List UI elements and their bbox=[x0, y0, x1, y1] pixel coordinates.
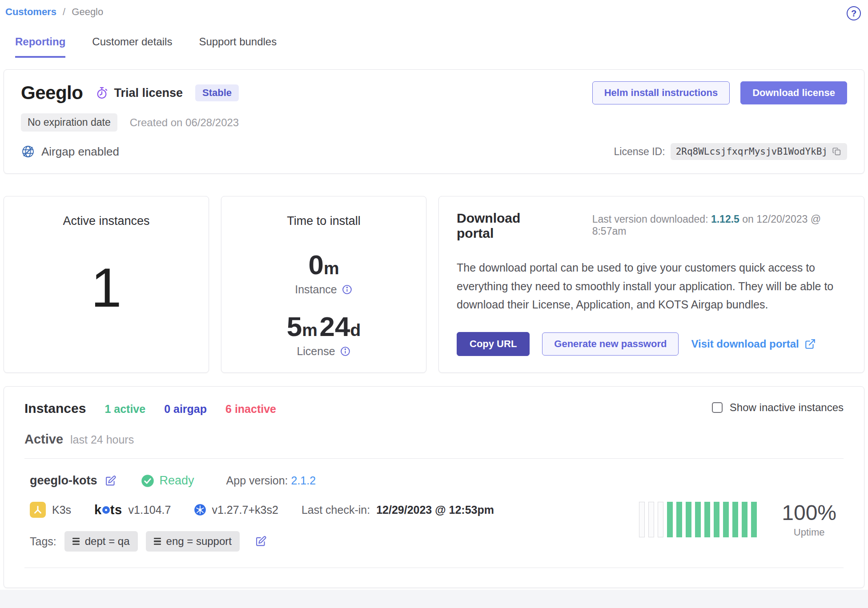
last-checkin-label: Last check-in: bbox=[301, 504, 370, 516]
kubernetes-icon bbox=[194, 504, 206, 516]
edit-tags-icon[interactable] bbox=[255, 535, 267, 548]
page-background-strip bbox=[0, 590, 868, 599]
instance-status: Ready bbox=[141, 474, 194, 488]
show-inactive-checkbox[interactable] bbox=[712, 402, 723, 413]
app-version-label: App version: bbox=[226, 474, 288, 487]
channel-badge: Stable bbox=[195, 84, 239, 101]
instances-card: Instances 1 active 0 airgap 6 inactive S… bbox=[4, 386, 864, 588]
license-install-time-value1: 5 bbox=[287, 311, 302, 342]
license-install-label-row: License bbox=[221, 345, 426, 358]
license-install-label: License bbox=[297, 345, 335, 358]
last-version-link[interactable]: 1.12.5 bbox=[711, 213, 739, 225]
app-version: App version: 2.1.2 bbox=[226, 474, 316, 487]
metrics-row: Active instances 1 Time to install 0m In… bbox=[4, 196, 864, 373]
kots-logo: kts bbox=[94, 503, 122, 517]
airgap-status: Airgap enabled bbox=[21, 144, 119, 159]
tag-label: eng = support bbox=[166, 535, 232, 548]
instance-install-label: Instance bbox=[295, 283, 337, 296]
instance-install-label-row: Instance bbox=[221, 283, 426, 296]
uptime-bars bbox=[639, 502, 757, 537]
tag-label: dept = qa bbox=[85, 535, 130, 548]
download-portal-card: Download portal Last version downloaded:… bbox=[438, 196, 864, 373]
uptime-widget: 100% Uptime bbox=[639, 487, 838, 552]
tag-icon bbox=[154, 538, 161, 545]
copy-url-button[interactable]: Copy URL bbox=[457, 332, 530, 356]
time-to-install-title: Time to install bbox=[221, 214, 426, 228]
customer-name: Geeglo bbox=[21, 82, 83, 104]
last-checkin-value: 12/29/2023 @ 12:53pm bbox=[376, 504, 494, 516]
instance-counts: 1 active 0 airgap 6 inactive bbox=[104, 403, 276, 416]
tab-support-bundles[interactable]: Support bundles bbox=[199, 36, 277, 58]
last-checkin: Last check-in: 12/29/2023 @ 12:53pm bbox=[301, 504, 494, 516]
help-icon[interactable]: ? bbox=[847, 6, 861, 20]
show-inactive-toggle[interactable]: Show inactive instances bbox=[712, 401, 844, 414]
license-id-row: License ID: 2Rq8WLcsjfxqrMysjvB1WodYkBj bbox=[614, 143, 847, 160]
tab-reporting[interactable]: Reporting bbox=[15, 36, 65, 58]
download-portal-title: Download portal bbox=[457, 211, 557, 241]
generate-new-password-button[interactable]: Generate new password bbox=[542, 332, 679, 356]
breadcrumb-current: Geeglo bbox=[72, 6, 103, 17]
active-instances-value: 1 bbox=[4, 260, 209, 315]
instance-install-time: 0m bbox=[221, 251, 426, 279]
download-license-button[interactable]: Download license bbox=[740, 81, 847, 104]
last-version-label: Last version downloaded: bbox=[592, 213, 708, 225]
last-version-downloaded: Last version downloaded: 1.12.5 on 12/20… bbox=[592, 213, 846, 237]
page: Customers / Geeglo ? Reporting Customer … bbox=[0, 0, 868, 590]
ready-check-icon bbox=[141, 474, 154, 488]
visit-download-portal-link[interactable]: Visit download portal bbox=[691, 338, 816, 350]
uptime-percent: 100% bbox=[782, 500, 836, 525]
instance-status-label: Ready bbox=[160, 474, 194, 488]
distribution: K3s bbox=[30, 502, 71, 518]
license-id-label: License ID: bbox=[614, 146, 665, 158]
license-install-time: 5m 24d bbox=[221, 313, 426, 340]
external-link-icon bbox=[804, 338, 816, 350]
license-install-time-unit1: m bbox=[302, 320, 317, 340]
license-install-time-value2: 24 bbox=[319, 311, 350, 342]
copy-license-id-icon[interactable] bbox=[832, 147, 842, 156]
tag-icon bbox=[72, 538, 80, 545]
created-on-text: Created on 06/28/2023 bbox=[130, 116, 239, 129]
license-info-icon[interactable] bbox=[340, 346, 351, 357]
license-summary-card: Geeglo Trial license Stabl bbox=[4, 69, 864, 174]
distribution-label: K3s bbox=[52, 504, 71, 516]
active-count-link[interactable]: 1 active bbox=[104, 403, 145, 416]
license-install-time-unit2: d bbox=[350, 320, 361, 340]
active-section-sublabel: last 24 hours bbox=[70, 433, 134, 446]
breadcrumb-customers-link[interactable]: Customers bbox=[5, 6, 56, 17]
instance-name: geeglo-kots bbox=[30, 474, 97, 488]
expiration-badge: No expiration date bbox=[21, 113, 117, 132]
kubernetes-version-value: v1.27.7+k3s2 bbox=[212, 504, 278, 516]
inactive-count-link[interactable]: 6 inactive bbox=[225, 403, 276, 416]
breadcrumb: Customers / Geeglo bbox=[5, 6, 103, 18]
trial-timer-icon bbox=[95, 86, 108, 100]
edit-instance-name-icon[interactable] bbox=[104, 475, 117, 487]
license-id-value: 2Rq8WLcsjfxqrMysjvB1WodYkBj bbox=[676, 146, 828, 157]
license-type-label: Trial license bbox=[114, 86, 183, 100]
helm-install-instructions-button[interactable]: Helm install instructions bbox=[592, 81, 730, 104]
kots-version: kts v1.104.7 bbox=[94, 503, 171, 517]
download-portal-description: The download portal can be used to give … bbox=[457, 259, 846, 314]
time-to-install-card: Time to install 0m Instance 5m 24d bbox=[221, 196, 426, 373]
airgap-count-link[interactable]: 0 airgap bbox=[164, 403, 207, 416]
kots-version-value: v1.104.7 bbox=[129, 504, 171, 516]
active-instances-card: Active instances 1 bbox=[4, 196, 209, 373]
app-version-link[interactable]: 2.1.2 bbox=[291, 474, 316, 487]
license-type: Trial license bbox=[95, 86, 183, 100]
topbar: Customers / Geeglo ? bbox=[0, 0, 868, 20]
k3s-icon bbox=[30, 502, 46, 518]
instance-install-time-unit: m bbox=[324, 259, 339, 278]
breadcrumb-separator: / bbox=[63, 6, 65, 17]
airgap-globe-icon bbox=[21, 144, 35, 159]
instance-info-icon[interactable] bbox=[342, 284, 353, 295]
uptime-label: Uptime bbox=[782, 527, 836, 538]
kubernetes-version: v1.27.7+k3s2 bbox=[194, 504, 278, 516]
tag-chip-eng-support: eng = support bbox=[146, 531, 240, 552]
show-inactive-label: Show inactive instances bbox=[730, 401, 844, 414]
tab-bar: Reporting Customer details Support bundl… bbox=[0, 36, 868, 58]
tags-label: Tags: bbox=[30, 535, 56, 548]
instance-row: geeglo-kots bbox=[24, 459, 844, 552]
tab-customer-details[interactable]: Customer details bbox=[92, 36, 172, 58]
license-id-chip: 2Rq8WLcsjfxqrMysjvB1WodYkBj bbox=[671, 143, 847, 160]
instance-install-time-value: 0 bbox=[308, 249, 323, 280]
airgap-label: Airgap enabled bbox=[41, 145, 119, 159]
